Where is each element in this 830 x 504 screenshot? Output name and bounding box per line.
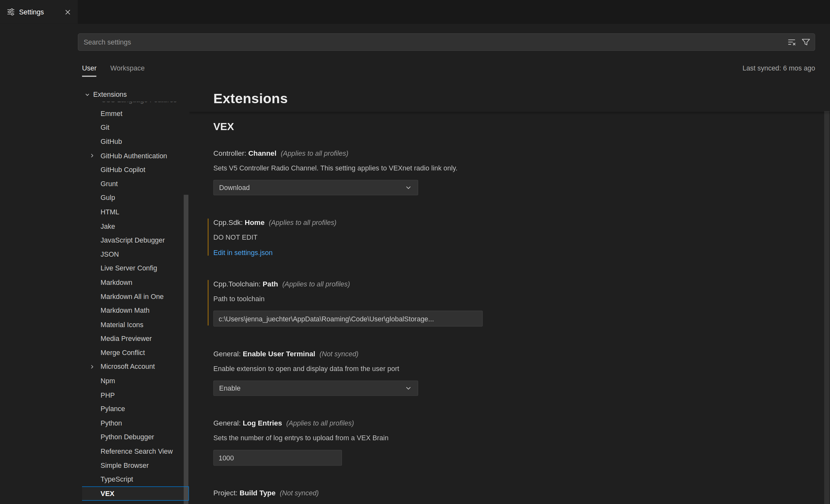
tab-title: Settings — [19, 8, 44, 16]
setting-scope: (Not synced) — [319, 350, 359, 358]
toc-item-jake[interactable]: Jake — [82, 219, 189, 233]
toc-item-label: Merge Conflict — [101, 349, 145, 357]
settings-list: Controller: Channel(Applies to all profi… — [214, 148, 817, 499]
chevron-down-icon — [405, 184, 412, 192]
toc-item-label: Markdown — [101, 278, 132, 286]
tab-workspace[interactable]: Workspace — [110, 64, 145, 72]
setting-name: Path — [262, 280, 278, 288]
toc-item-json[interactable]: JSON — [82, 247, 189, 261]
setting-title: General: Log Entries(Applies to all prof… — [214, 418, 817, 429]
setting-description: Sets the number of log entrys to upload … — [214, 433, 817, 443]
editor-scrollbar[interactable] — [824, 111, 830, 504]
edit-in-settings-json-link[interactable]: Edit in settings.json — [214, 249, 273, 257]
chevron-down-icon — [84, 91, 91, 98]
toc-item-label: Grunt — [101, 180, 118, 188]
toc-item-microsoft-account[interactable]: Microsoft Account — [82, 360, 189, 374]
toc-item-npm[interactable]: Npm — [82, 374, 189, 388]
setting-title: Project: Build Type(Not synced) — [214, 488, 817, 499]
toc-item-label: GitHub Authentication — [101, 152, 167, 160]
toc-item-label: GitHub — [101, 137, 122, 146]
toc-item-label: Python — [101, 419, 122, 427]
toc-item-markdown[interactable]: Markdown — [82, 275, 189, 289]
scope-tabs-row: User Workspace Last synced: 6 mos ago — [82, 58, 815, 77]
toc-item-media-previewer[interactable]: Media Previewer — [82, 332, 189, 346]
settings-search — [78, 33, 815, 51]
chevron-right-icon — [89, 153, 96, 159]
close-icon[interactable] — [63, 7, 73, 17]
setting-scope: (Applies to all profiles) — [269, 219, 337, 226]
setting-category: Cpp.Toolchain: — [214, 280, 263, 288]
vscode-window: Settings — [0, 0, 830, 504]
toc-item-label: Live Server Config — [101, 264, 157, 272]
editor-tab-bar: Settings — [0, 0, 830, 24]
toc-item-label: GitHub Copilot — [101, 166, 146, 174]
toc-item-material-icons[interactable]: Material Icons — [82, 317, 189, 332]
toc-item-gulp[interactable]: Gulp — [82, 191, 189, 205]
toc-item-php[interactable]: PHP — [82, 388, 189, 402]
setting-scope: (Applies to all profiles) — [282, 280, 350, 288]
toc-item-label: Emmet — [101, 109, 122, 118]
toc-item-label: Markdown Math — [101, 307, 150, 315]
toc-item-html[interactable]: HTML — [82, 205, 189, 219]
toc-item-label: Jake — [101, 222, 115, 230]
tab-user[interactable]: User — [82, 64, 96, 72]
setting-general-log-entries: General: Log Entries(Applies to all prof… — [214, 418, 817, 466]
cpp-toolchain-path-input[interactable] — [214, 311, 483, 327]
general-enable-user-terminal-select[interactable]: Enable — [214, 381, 418, 396]
toc-item-pylance[interactable]: Pylance — [82, 402, 189, 416]
search-actions — [787, 37, 810, 46]
setting-description: Path to toolchain — [214, 294, 817, 304]
toc-item-simple-browser[interactable]: Simple Browser — [82, 458, 189, 472]
filter-icon[interactable] — [801, 37, 810, 46]
setting-category: Project: — [214, 489, 240, 497]
toc-item-live-server-config[interactable]: Live Server Config — [82, 261, 189, 275]
controller-channel-select[interactable]: Download — [214, 180, 418, 195]
toc-item-github[interactable]: GitHub — [82, 134, 189, 149]
clear-search-icon[interactable] — [787, 37, 796, 46]
toc-item-grunt[interactable]: Grunt — [82, 177, 189, 191]
toc-item-markdown-math[interactable]: Markdown Math — [82, 304, 189, 317]
toc-item-vex[interactable]: VEX — [82, 486, 189, 501]
toc-item-python[interactable]: Python — [82, 416, 189, 430]
setting-controller-channel: Controller: Channel(Applies to all profi… — [214, 148, 817, 195]
setting-scope: (Not synced) — [280, 489, 319, 497]
setting-title: Cpp.Toolchain: Path(Applies to all profi… — [214, 279, 817, 289]
setting-category: General: — [214, 419, 243, 427]
toc-item-typescript[interactable]: TypeScript — [82, 472, 189, 486]
settings-tab[interactable]: Settings — [0, 0, 78, 24]
setting-general-enable-user-terminal: General: Enable User Terminal(Not synced… — [214, 349, 817, 396]
toc-root-label: Extensions — [93, 90, 127, 98]
settings-toc: CSS Language Features Extensions EmmetGi… — [82, 88, 189, 504]
toc-item-markdown-all-in-one[interactable]: Markdown All in One — [82, 289, 189, 304]
search-input[interactable] — [84, 38, 787, 46]
toc-item-git[interactable]: Git — [82, 121, 189, 134]
toc-item-github-copilot[interactable]: GitHub Copilot — [82, 163, 189, 177]
toc-item-label: Simple Browser — [101, 462, 149, 469]
general-log-entries-input[interactable] — [214, 450, 342, 466]
setting-title: Controller: Channel(Applies to all profi… — [214, 148, 817, 159]
select-value: Download — [219, 184, 250, 192]
toc-item-label: PHP — [101, 391, 115, 399]
toc-item-reference-search-view[interactable]: Reference Search View — [82, 444, 189, 458]
select-value: Enable — [219, 384, 241, 392]
toc-item-github-authentication[interactable]: GitHub Authentication — [82, 149, 189, 163]
chevron-down-icon — [405, 384, 412, 392]
toc-item-label: Media Previewer — [101, 335, 152, 343]
setting-description: Enable extension to open and display dat… — [214, 364, 817, 374]
last-synced-label: Last synced: 6 mos ago — [742, 64, 815, 72]
toc-item-label: TypeScript — [101, 475, 133, 483]
toc-item-javascript-debugger[interactable]: JavaScript Debugger — [82, 233, 189, 247]
toc-item-python-debugger[interactable]: Python Debugger — [82, 430, 189, 444]
toc-item-label: Markdown All in One — [101, 292, 164, 301]
setting-cpp-toolchain-path: Cpp.Toolchain: Path(Applies to all profi… — [214, 279, 817, 326]
toc-item-label: Git — [101, 124, 109, 132]
setting-scope: (Applies to all profiles) — [286, 419, 354, 427]
toc-item-label: JavaScript Debugger — [101, 236, 165, 244]
toc-root-extensions[interactable]: Extensions — [82, 88, 189, 102]
toc-item-merge-conflict[interactable]: Merge Conflict — [82, 346, 189, 360]
setting-title: General: Enable User Terminal(Not synced… — [214, 349, 817, 359]
setting-scope: (Applies to all profiles) — [281, 149, 348, 157]
toc-item-label: Material Icons — [101, 321, 143, 329]
toc-item-emmet[interactable]: Emmet — [82, 106, 189, 121]
section-title: VEX — [214, 121, 817, 133]
